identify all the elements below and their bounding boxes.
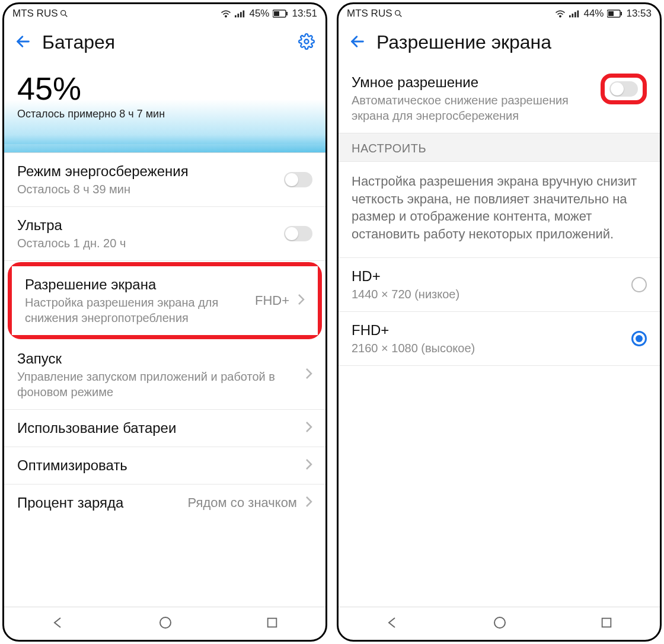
nav-home-button[interactable]	[158, 616, 173, 632]
status-bar: MTS RUS 45% 13:51	[4, 4, 325, 23]
phone-left: MTS RUS 45% 13:51 Батарея	[2, 2, 327, 642]
page-title: Разрешение экрана	[376, 31, 649, 53]
back-button[interactable]	[349, 33, 366, 52]
svg-rect-22	[608, 11, 614, 16]
battery-pct-label: 44%	[583, 8, 604, 20]
row-launch[interactable]: Запуск Управление запуском приложений и …	[4, 340, 325, 410]
carrier-label: MTS RUS	[12, 8, 58, 20]
chevron-right-icon	[298, 294, 305, 308]
time-label: 13:51	[292, 8, 317, 20]
signal-icon	[569, 9, 580, 18]
search-icon	[59, 9, 69, 18]
row-sub: Автоматическое снижение разрешения экран…	[352, 93, 592, 123]
chevron-right-icon	[305, 368, 312, 382]
svg-rect-26	[602, 618, 611, 627]
back-button[interactable]	[15, 33, 31, 52]
svg-rect-3	[235, 15, 237, 18]
header: Разрешение экрана	[339, 23, 660, 64]
row-sub: Управление запуском приложений и работой…	[17, 369, 297, 400]
chevron-right-icon	[305, 421, 312, 435]
row-title: Запуск	[17, 350, 297, 368]
chevron-right-icon	[305, 458, 312, 473]
header: Батарея	[4, 23, 325, 64]
battery-icon	[273, 9, 288, 18]
row-title: Процент заряда	[17, 494, 180, 512]
row-screen-resolution[interactable]: Разрешение экрана Настройка разрешения э…	[12, 266, 318, 335]
battery-pct-label: 45%	[249, 8, 269, 20]
ultra-toggle[interactable]	[284, 226, 312, 241]
signal-icon	[235, 9, 245, 18]
row-title: Режим энергосбережения	[17, 162, 276, 180]
row-percent-display[interactable]: Процент заряда Рядом со значком	[4, 484, 325, 521]
svg-rect-23	[621, 12, 622, 15]
carrier-label: MTS RUS	[347, 8, 392, 20]
svg-rect-18	[572, 14, 574, 17]
battery-remaining: Осталось примерно 8 ч 7 мин	[17, 108, 312, 120]
svg-point-11	[305, 39, 309, 43]
svg-rect-13	[268, 618, 277, 627]
nav-recent-button[interactable]	[266, 616, 279, 632]
svg-rect-9	[286, 12, 288, 15]
row-fhd-option[interactable]: FHD+ 2160 × 1080 (высокое)	[339, 312, 660, 366]
row-title: Ультра	[17, 216, 276, 234]
row-sub: Осталось 1 дн. 20 ч	[17, 235, 276, 251]
row-title: Разрешение экрана	[25, 276, 247, 294]
battery-hero: 45% Осталось примерно 8 ч 7 мин	[4, 64, 325, 153]
svg-point-16	[560, 15, 561, 17]
search-icon	[394, 9, 403, 18]
svg-point-25	[494, 617, 505, 628]
row-battery-usage[interactable]: Использование батареи	[4, 410, 325, 447]
svg-rect-20	[577, 11, 579, 18]
wifi-icon	[555, 9, 566, 18]
wifi-icon	[221, 9, 231, 18]
row-smart-resolution[interactable]: Умное разрешение Автоматическое снижение…	[339, 64, 660, 133]
settings-gear-button[interactable]	[298, 33, 315, 52]
nav-home-button[interactable]	[493, 616, 507, 632]
row-title: Умное разрешение	[352, 74, 592, 91]
svg-line-1	[65, 15, 67, 17]
svg-rect-6	[243, 11, 245, 18]
row-hd-option[interactable]: HD+ 1440 × 720 (низкое)	[339, 258, 660, 312]
highlight-smart-toggle	[601, 74, 647, 104]
settings-list: Умное разрешение Автоматическое снижение…	[339, 64, 660, 607]
row-sub: Осталось 8 ч 39 мин	[17, 181, 276, 197]
highlight-resolution: Разрешение экрана Настройка разрешения э…	[8, 262, 322, 339]
row-sub: Настройка разрешения экрана для снижения…	[25, 295, 247, 326]
status-bar: MTS RUS 44% 13:53	[339, 4, 660, 23]
settings-list: Режим энергосбережения Осталось 8 ч 39 м…	[4, 153, 325, 607]
row-optimize[interactable]: Оптимизировать	[4, 447, 325, 484]
section-header-configure: НАСТРОИТЬ	[339, 133, 660, 162]
nav-bar	[4, 607, 325, 640]
power-saving-toggle[interactable]	[284, 172, 312, 187]
svg-rect-17	[569, 15, 571, 18]
time-label: 13:53	[626, 8, 652, 20]
svg-point-2	[225, 15, 226, 17]
battery-icon	[607, 9, 622, 18]
svg-rect-19	[574, 12, 576, 17]
nav-back-button[interactable]	[51, 616, 65, 632]
nav-recent-button[interactable]	[600, 616, 613, 632]
row-title: Использование батареи	[17, 419, 297, 437]
row-title: Оптимизировать	[17, 457, 297, 474]
row-title: FHD+	[352, 321, 623, 339]
fhd-radio[interactable]	[631, 331, 647, 346]
row-title: HD+	[352, 267, 623, 285]
nav-bar	[339, 607, 660, 640]
row-value: FHD+	[255, 293, 289, 308]
nav-back-button[interactable]	[385, 616, 400, 632]
svg-point-14	[395, 11, 400, 15]
svg-rect-8	[274, 11, 279, 16]
svg-rect-5	[240, 12, 242, 17]
battery-percentage: 45%	[17, 70, 312, 107]
hd-radio[interactable]	[631, 277, 647, 292]
row-ultra[interactable]: Ультра Осталось 1 дн. 20 ч	[4, 207, 325, 261]
smart-resolution-toggle[interactable]	[609, 81, 638, 97]
svg-point-0	[60, 11, 65, 15]
svg-line-15	[400, 15, 401, 17]
row-power-saving[interactable]: Режим энергосбережения Осталось 8 ч 39 м…	[4, 153, 325, 207]
svg-rect-4	[238, 14, 240, 17]
row-sub: 2160 × 1080 (высокое)	[352, 340, 623, 356]
chevron-right-icon	[305, 496, 312, 510]
row-sub: 1440 × 720 (низкое)	[352, 286, 623, 302]
row-value: Рядом со значком	[188, 495, 297, 511]
